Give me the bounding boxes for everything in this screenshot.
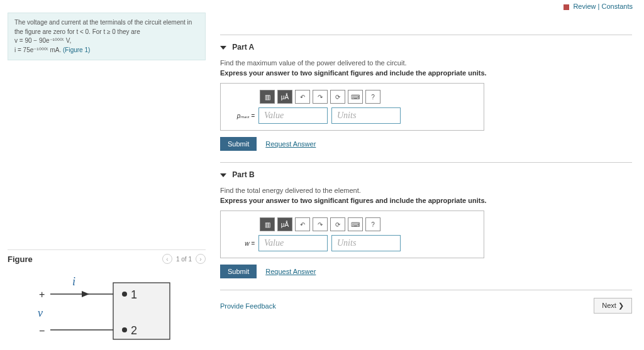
collapse-icon xyxy=(220,46,226,50)
part-b-value-input[interactable]: Value xyxy=(258,235,328,251)
figure-title: Figure xyxy=(8,254,33,264)
svg-point-5 xyxy=(122,327,127,332)
part-a-question: Find the maximum value of the power deli… xyxy=(220,59,632,67)
fraction-icon[interactable]: ▥ xyxy=(260,90,275,104)
part-b-submit-button[interactable]: Submit xyxy=(220,265,257,278)
part-a-toolbar: ▥ μÅ ↶ ↷ ⟳ ⌨ ? xyxy=(260,90,477,104)
micro-a-icon[interactable]: μÅ xyxy=(277,90,292,104)
terminal-2: 2 xyxy=(131,324,137,337)
part-b-toolbar: ▥ μÅ ↶ ↷ ⟳ ⌨ ? xyxy=(260,217,477,231)
footer-row: Provide Feedback Next ❯ xyxy=(220,290,632,314)
problem-statement: The voltage and current at the terminals… xyxy=(8,13,206,60)
part-a-answer-box: ▥ μÅ ↶ ↷ ⟳ ⌨ ? pₘₐₓ = Value Units xyxy=(220,83,484,131)
svg-marker-1 xyxy=(82,291,89,297)
redo-icon[interactable]: ↷ xyxy=(313,217,328,231)
review-flag-icon xyxy=(564,4,569,10)
review-link[interactable]: Review xyxy=(573,3,596,10)
help-icon[interactable]: ? xyxy=(365,90,380,104)
top-links: Review | Constants xyxy=(564,3,633,10)
part-b-question: Find the total energy delivered to the e… xyxy=(220,187,632,194)
figure-pager: ‹ 1 of 1 › xyxy=(162,254,206,264)
keyboard-icon[interactable]: ⌨ xyxy=(348,90,363,104)
figure-pager-text: 1 of 1 xyxy=(176,256,192,263)
provide-feedback-link[interactable]: Provide Feedback xyxy=(220,302,276,310)
svg-rect-3 xyxy=(113,283,170,339)
part-a-units-input[interactable]: Units xyxy=(331,107,401,124)
minus-sign: − xyxy=(39,325,45,336)
collapse-icon xyxy=(220,173,226,177)
terminal-1: 1 xyxy=(131,288,137,301)
label-v: v xyxy=(38,307,43,319)
constants-link[interactable]: Constants xyxy=(601,3,633,10)
part-a-submit-button[interactable]: Submit xyxy=(220,137,257,151)
figure-header: Figure ‹ 1 of 1 › xyxy=(8,249,206,264)
reset-icon[interactable]: ⟳ xyxy=(330,217,345,231)
part-a-var-label: pₘₐₓ = xyxy=(227,112,255,119)
label-i: i xyxy=(72,276,75,288)
plus-sign: + xyxy=(39,289,45,300)
part-a-value-input[interactable]: Value xyxy=(258,107,328,124)
figure-diagram: i + v − 1 2 xyxy=(19,276,176,347)
fraction-icon[interactable]: ▥ xyxy=(260,217,275,231)
part-b: Part B Find the total energy delivered t… xyxy=(220,162,632,278)
part-b-units-input[interactable]: Units xyxy=(331,235,401,251)
part-b-var-label: w = xyxy=(227,240,255,247)
part-a-hint: Express your answer to two significant f… xyxy=(220,69,632,77)
part-b-request-answer[interactable]: Request Answer xyxy=(265,268,316,275)
part-b-answer-box: ▥ μÅ ↶ ↷ ⟳ ⌨ ? w = Value Units xyxy=(220,211,484,258)
part-b-label: Part B xyxy=(232,170,254,179)
part-a-header[interactable]: Part A xyxy=(220,40,632,58)
problem-line: The voltage and current at the terminals… xyxy=(14,18,199,36)
undo-icon[interactable]: ↶ xyxy=(295,217,310,231)
part-a-label: Part A xyxy=(232,43,254,52)
part-b-hint: Express your answer to two significant f… xyxy=(220,197,632,204)
part-b-header[interactable]: Part B xyxy=(220,168,632,185)
help-icon[interactable]: ? xyxy=(365,217,380,231)
keyboard-icon[interactable]: ⌨ xyxy=(348,217,363,231)
figure-link[interactable]: (Figure 1) xyxy=(63,46,90,53)
reset-icon[interactable]: ⟳ xyxy=(330,90,345,104)
problem-eq-i: i = 75e⁻¹⁰⁰⁰ᵗ mA. xyxy=(14,46,61,53)
part-a: Part A Find the maximum value of the pow… xyxy=(220,35,632,151)
figure-prev-button[interactable]: ‹ xyxy=(162,254,172,264)
problem-eq-v: v = 90 − 90e⁻¹⁰⁰⁰ᵗ V, xyxy=(14,36,199,46)
undo-icon[interactable]: ↶ xyxy=(295,90,310,104)
redo-icon[interactable]: ↷ xyxy=(313,90,328,104)
part-a-request-answer[interactable]: Request Answer xyxy=(265,140,316,148)
micro-a-icon[interactable]: μÅ xyxy=(277,217,292,231)
next-button[interactable]: Next ❯ xyxy=(594,298,632,314)
svg-point-4 xyxy=(122,292,127,297)
figure-next-button[interactable]: › xyxy=(196,254,206,264)
